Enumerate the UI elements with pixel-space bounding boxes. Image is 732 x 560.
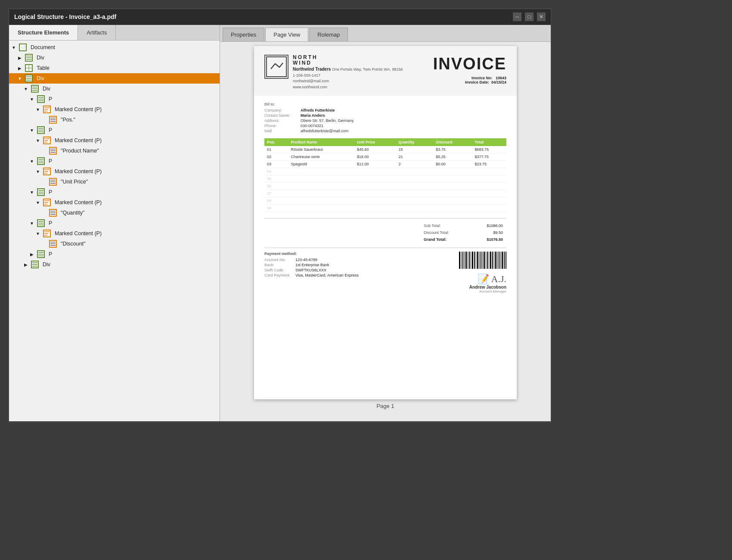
svg-rect-95	[474, 252, 475, 269]
tree-node-p2[interactable]: P	[9, 125, 220, 135]
table-header-row: Pos. Product Name Unit Price Quantity Di…	[264, 138, 506, 146]
tree-node-mc1[interactable]: Marked Content (P)	[9, 104, 220, 115]
svg-rect-101	[484, 252, 485, 269]
tree-node-p6[interactable]: P	[9, 249, 220, 259]
tab-rolemap[interactable]: Rolemap	[309, 28, 348, 41]
chevron-mc3[interactable]	[35, 168, 41, 174]
tree-node-p4[interactable]: P	[9, 187, 220, 197]
tree-node-t2[interactable]: "Product Name"	[9, 146, 220, 156]
tree-node-div-bottom[interactable]: Div	[9, 259, 220, 270]
mc1-label: Marked Content (P)	[55, 106, 102, 112]
tab-properties[interactable]: Properties	[223, 28, 264, 41]
list-icon-div3	[31, 84, 39, 93]
swift-label: Swift Code:	[264, 268, 295, 272]
cell-product	[288, 197, 354, 205]
col-total: Total	[472, 138, 506, 146]
list-icon-p5	[37, 219, 45, 227]
main-window: Logical Structure - Invoice_a3-a.pdf ─ □…	[9, 9, 551, 422]
window-controls: ─ □ ✕	[513, 12, 546, 21]
chevron-p6[interactable]	[29, 251, 35, 257]
svg-rect-88	[462, 252, 463, 269]
bill-company: Alfreds Futterkiste	[301, 108, 506, 112]
invoice-title-area: INVOICE Invoice No: 10643 Invoice Date: …	[433, 55, 506, 84]
tree-node-p3[interactable]: P	[9, 156, 220, 166]
cell-discount	[433, 197, 472, 205]
title-bar: Logical Structure - Invoice_a3-a.pdf ─ □…	[9, 9, 551, 25]
chevron-p4[interactable]	[29, 189, 35, 195]
chevron-div1[interactable]	[17, 55, 23, 61]
doc-icon: 📄	[19, 43, 27, 52]
tree-node-mc5[interactable]: Marked Content (P)	[9, 228, 220, 239]
chevron-div3[interactable]	[23, 86, 29, 92]
tree-container[interactable]: 📄 Document Div	[9, 40, 220, 421]
payment-left: Payment method: Account No: 123-45-6789 …	[264, 252, 359, 277]
svg-rect-111	[500, 252, 501, 269]
chevron-document[interactable]	[11, 44, 17, 50]
chevron-p5[interactable]	[29, 220, 35, 226]
col-quantity: Quantity	[396, 138, 434, 146]
tree-node-document[interactable]: 📄 Document	[9, 42, 220, 53]
discount-total-value: $9.50	[471, 230, 506, 236]
table-row: 04	[264, 168, 506, 175]
tree-node-div2[interactable]: Div	[9, 73, 220, 84]
tree-node-t5[interactable]: "Discount"	[9, 239, 220, 249]
text-icon-4	[49, 208, 57, 217]
tree-node-mc4[interactable]: Marked Content (P)	[9, 197, 220, 208]
list-icon-div-bottom	[31, 260, 39, 269]
tree-node-t4[interactable]: "Quantity"	[9, 208, 220, 218]
payment-method-label: Payment method:	[264, 252, 359, 256]
text-icon-2	[49, 146, 57, 155]
chevron-table[interactable]	[17, 65, 23, 71]
tree-node-div3[interactable]: Div	[9, 84, 220, 94]
tab-page-view[interactable]: Page View	[265, 28, 308, 41]
account-no-label: Account No:	[264, 258, 295, 262]
subtotal-label: Sub Total:	[421, 223, 470, 229]
company-name: Northwind Traders	[293, 67, 331, 72]
svg-rect-104	[489, 252, 489, 269]
close-button[interactable]: ✕	[537, 12, 546, 21]
svg-rect-102	[486, 252, 486, 269]
table-row: 02 Chartreuse verte $18.00 21 $5.25 $377…	[264, 153, 506, 161]
cell-product	[288, 175, 354, 183]
svg-rect-85	[267, 57, 286, 77]
chevron-div2[interactable]	[17, 75, 23, 81]
chevron-mc1[interactable]	[35, 106, 41, 112]
svg-rect-100	[482, 252, 483, 269]
chevron-mc4[interactable]	[35, 199, 41, 205]
bank-label: Bank:	[264, 263, 295, 267]
tree-node-t3[interactable]: "Unit Price"	[9, 177, 220, 187]
maximize-button[interactable]: □	[525, 12, 533, 21]
col-unit-price: Unit Price	[354, 138, 396, 146]
cell-unit-price	[354, 197, 396, 205]
tab-artifacts[interactable]: Artifacts	[78, 25, 116, 40]
grand-total-value: $1076.50	[471, 236, 506, 243]
left-panel: Structure Elements Artifacts 📄 Document	[9, 25, 220, 421]
cell-discount	[433, 175, 472, 183]
tree-node-t1[interactable]: "Pos."	[9, 115, 220, 125]
tab-structure-elements[interactable]: Structure Elements	[9, 25, 78, 40]
minimize-button[interactable]: ─	[513, 12, 521, 21]
cell-quantity	[396, 175, 434, 183]
cell-quantity	[396, 183, 434, 190]
mc4-label: Marked Content (P)	[55, 199, 102, 205]
chevron-p2[interactable]	[29, 127, 35, 133]
svg-rect-96	[476, 252, 476, 269]
cell-discount	[433, 183, 472, 190]
cell-pos: 06	[264, 183, 288, 190]
chevron-p1[interactable]	[29, 96, 35, 102]
tree-node-mc3[interactable]: Marked Content (P)	[9, 166, 220, 177]
chevron-p3[interactable]	[29, 158, 35, 164]
cell-discount: $0.00	[433, 161, 472, 168]
tree-node-div1[interactable]: Div	[9, 53, 220, 63]
svg-rect-89	[464, 252, 465, 269]
tree-node-p1[interactable]: P	[9, 94, 220, 104]
tree-node-table[interactable]: Table	[9, 63, 220, 73]
cell-unit-price: $45.60	[354, 146, 396, 153]
chevron-mc5[interactable]	[35, 230, 41, 236]
chevron-div-bottom[interactable]	[23, 261, 29, 268]
chevron-mc2[interactable]	[35, 137, 41, 143]
tree-node-p5[interactable]: P	[9, 218, 220, 228]
tree-node-mc2[interactable]: Marked Content (P)	[9, 135, 220, 146]
signature-script: 📝 A.J.	[469, 274, 506, 285]
cell-discount: $5.25	[433, 153, 472, 161]
